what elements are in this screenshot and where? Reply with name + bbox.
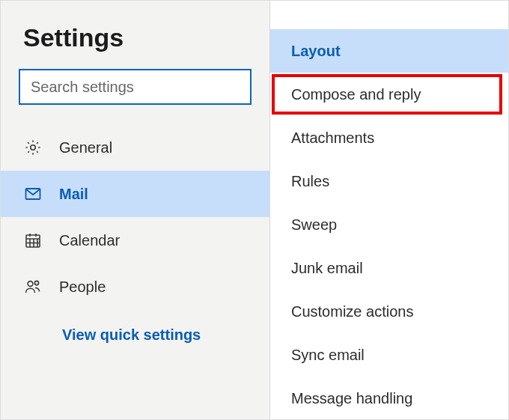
nav-item-label: Mail bbox=[59, 186, 88, 203]
nav-item-people[interactable]: People bbox=[1, 264, 269, 310]
search-input[interactable] bbox=[19, 69, 252, 105]
option-label: Attachments bbox=[291, 130, 374, 147]
option-label: Rules bbox=[291, 173, 329, 190]
option-attachments[interactable]: Attachments bbox=[270, 116, 508, 159]
people-icon bbox=[23, 277, 43, 296]
svg-point-4 bbox=[34, 281, 38, 284]
nav-item-calendar[interactable]: Calendar bbox=[1, 217, 269, 264]
svg-point-3 bbox=[28, 281, 33, 287]
option-label: Layout bbox=[291, 43, 341, 60]
settings-options-panel: Layout Compose and reply Attachments Rul… bbox=[270, 1, 508, 419]
option-label: Customize actions bbox=[291, 303, 413, 320]
option-message-handling[interactable]: Message handling bbox=[270, 377, 508, 420]
option-label: Message handling bbox=[291, 390, 412, 407]
gear-icon bbox=[23, 138, 43, 157]
option-customize-actions[interactable]: Customize actions bbox=[270, 290, 508, 333]
nav-item-label: Calendar bbox=[59, 232, 120, 249]
mail-icon bbox=[23, 184, 43, 204]
option-rules[interactable]: Rules bbox=[270, 159, 508, 203]
nav-item-label: General bbox=[59, 139, 112, 156]
nav-item-label: People bbox=[59, 279, 106, 296]
option-label: Sync email bbox=[291, 347, 365, 364]
svg-point-0 bbox=[31, 145, 35, 150]
calendar-icon bbox=[23, 231, 43, 250]
nav-item-mail[interactable]: Mail bbox=[1, 171, 269, 217]
search-wrap bbox=[1, 69, 269, 120]
option-sync-email[interactable]: Sync email bbox=[270, 333, 508, 377]
option-junk-email[interactable]: Junk email bbox=[270, 246, 508, 290]
nav-item-general[interactable]: General bbox=[1, 124, 269, 171]
option-label: Junk email bbox=[291, 260, 363, 277]
page-title: Settings bbox=[1, 16, 269, 69]
option-layout[interactable]: Layout bbox=[270, 29, 508, 73]
settings-sidebar: Settings General bbox=[1, 1, 270, 419]
option-label: Sweep bbox=[291, 216, 337, 234]
option-label: Compose and reply bbox=[291, 86, 421, 103]
settings-nav: General Mail Calendar bbox=[1, 124, 269, 310]
view-quick-settings-link[interactable]: View quick settings bbox=[1, 310, 269, 344]
option-compose-and-reply[interactable]: Compose and reply bbox=[272, 74, 502, 115]
option-sweep[interactable]: Sweep bbox=[270, 203, 508, 246]
